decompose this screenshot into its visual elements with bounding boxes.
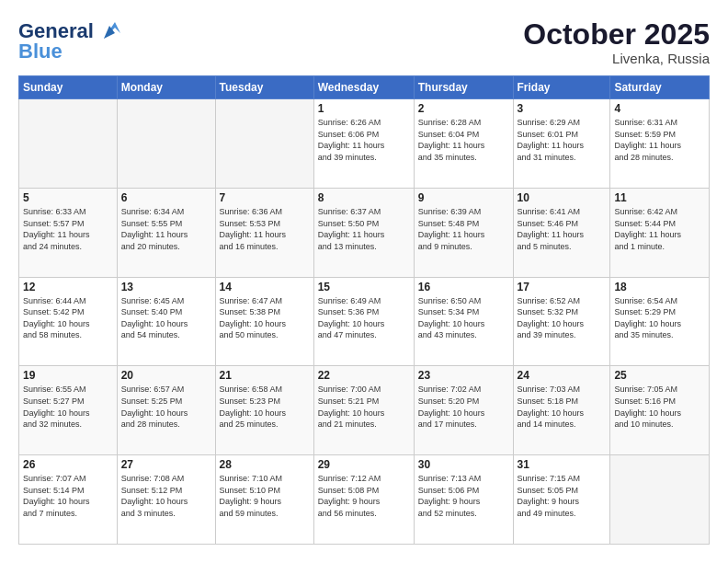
table-row: 10Sunrise: 6:41 AM Sunset: 5:46 PM Dayli… <box>513 188 610 277</box>
day-info: Sunrise: 6:57 AM Sunset: 5:25 PM Dayligh… <box>121 384 211 430</box>
day-number: 16 <box>418 281 509 293</box>
table-row: 25Sunrise: 7:05 AM Sunset: 5:16 PM Dayli… <box>610 366 710 455</box>
header-monday: Monday <box>117 76 215 99</box>
logo: General Blue <box>18 18 122 63</box>
day-number: 8 <box>318 191 410 204</box>
day-number: 7 <box>220 191 310 204</box>
table-row: 18Sunrise: 6:54 AM Sunset: 5:29 PM Dayli… <box>610 277 710 366</box>
calendar-week-row: 12Sunrise: 6:44 AM Sunset: 5:42 PM Dayli… <box>19 277 710 366</box>
table-row: 14Sunrise: 6:47 AM Sunset: 5:38 PM Dayli… <box>215 277 313 366</box>
calendar-week-row: 26Sunrise: 7:07 AM Sunset: 5:14 PM Dayli… <box>19 455 710 545</box>
day-info: Sunrise: 6:44 AM Sunset: 5:42 PM Dayligh… <box>23 295 113 341</box>
day-info: Sunrise: 6:31 AM Sunset: 5:59 PM Dayligh… <box>614 117 705 163</box>
day-info: Sunrise: 7:05 AM Sunset: 5:16 PM Dayligh… <box>614 384 705 430</box>
day-number: 10 <box>518 191 607 204</box>
day-info: Sunrise: 6:39 AM Sunset: 5:48 PM Dayligh… <box>418 206 509 252</box>
day-number: 4 <box>614 102 705 115</box>
day-number: 6 <box>121 191 211 204</box>
header-saturday: Saturday <box>610 76 710 99</box>
day-info: Sunrise: 7:00 AM Sunset: 5:21 PM Dayligh… <box>318 384 410 430</box>
table-row <box>610 455 710 545</box>
table-row: 30Sunrise: 7:13 AM Sunset: 5:06 PM Dayli… <box>414 455 513 545</box>
table-row <box>19 99 118 189</box>
day-number: 14 <box>220 281 310 293</box>
day-number: 11 <box>614 191 705 204</box>
day-info: Sunrise: 6:49 AM Sunset: 5:36 PM Dayligh… <box>318 295 410 341</box>
day-number: 25 <box>614 369 705 382</box>
day-number: 3 <box>518 102 607 115</box>
table-row: 20Sunrise: 6:57 AM Sunset: 5:25 PM Dayli… <box>117 366 215 455</box>
day-number: 21 <box>220 369 310 382</box>
day-number: 23 <box>418 369 509 382</box>
day-info: Sunrise: 6:36 AM Sunset: 5:53 PM Dayligh… <box>220 206 310 252</box>
page: General Blue October 2025 Livenka, Russi… <box>0 0 728 563</box>
table-row: 3Sunrise: 6:29 AM Sunset: 6:01 PM Daylig… <box>513 99 610 189</box>
table-row: 7Sunrise: 6:36 AM Sunset: 5:53 PM Daylig… <box>215 188 313 277</box>
header-friday: Friday <box>513 76 610 99</box>
day-info: Sunrise: 7:08 AM Sunset: 5:12 PM Dayligh… <box>121 473 211 519</box>
day-info: Sunrise: 6:45 AM Sunset: 5:40 PM Dayligh… <box>121 295 211 341</box>
day-info: Sunrise: 6:47 AM Sunset: 5:38 PM Dayligh… <box>220 295 310 341</box>
day-info: Sunrise: 7:15 AM Sunset: 5:05 PM Dayligh… <box>518 473 607 519</box>
month-title: October 2025 <box>523 18 710 51</box>
table-row: 27Sunrise: 7:08 AM Sunset: 5:12 PM Dayli… <box>117 455 215 545</box>
day-info: Sunrise: 6:33 AM Sunset: 5:57 PM Dayligh… <box>23 206 113 252</box>
table-row: 17Sunrise: 6:52 AM Sunset: 5:32 PM Dayli… <box>513 277 610 366</box>
header-thursday: Thursday <box>414 76 513 99</box>
day-info: Sunrise: 6:26 AM Sunset: 6:06 PM Dayligh… <box>318 117 410 163</box>
table-row: 19Sunrise: 6:55 AM Sunset: 5:27 PM Dayli… <box>19 366 118 455</box>
day-info: Sunrise: 6:54 AM Sunset: 5:29 PM Dayligh… <box>614 295 705 341</box>
header-tuesday: Tuesday <box>215 76 313 99</box>
day-number: 28 <box>220 458 310 471</box>
table-row: 28Sunrise: 7:10 AM Sunset: 5:10 PM Dayli… <box>215 455 313 545</box>
calendar: Sunday Monday Tuesday Wednesday Thursday… <box>18 75 710 545</box>
day-info: Sunrise: 6:41 AM Sunset: 5:46 PM Dayligh… <box>518 206 607 252</box>
day-info: Sunrise: 6:52 AM Sunset: 5:32 PM Dayligh… <box>518 295 607 341</box>
location: Livenka, Russia <box>523 51 710 66</box>
table-row: 16Sunrise: 6:50 AM Sunset: 5:34 PM Dayli… <box>414 277 513 366</box>
day-info: Sunrise: 6:55 AM Sunset: 5:27 PM Dayligh… <box>23 384 113 430</box>
day-number: 26 <box>23 458 113 471</box>
day-number: 19 <box>23 369 113 382</box>
day-number: 2 <box>418 102 509 115</box>
table-row <box>117 99 215 189</box>
day-info: Sunrise: 6:34 AM Sunset: 5:55 PM Dayligh… <box>121 206 211 252</box>
table-row: 29Sunrise: 7:12 AM Sunset: 5:08 PM Dayli… <box>313 455 414 545</box>
day-info: Sunrise: 6:28 AM Sunset: 6:04 PM Dayligh… <box>418 117 509 163</box>
table-row: 4Sunrise: 6:31 AM Sunset: 5:59 PM Daylig… <box>610 99 710 189</box>
day-number: 9 <box>418 191 509 204</box>
table-row: 21Sunrise: 6:58 AM Sunset: 5:23 PM Dayli… <box>215 366 313 455</box>
table-row: 9Sunrise: 6:39 AM Sunset: 5:48 PM Daylig… <box>414 188 513 277</box>
day-info: Sunrise: 7:07 AM Sunset: 5:14 PM Dayligh… <box>23 473 113 519</box>
table-row: 31Sunrise: 7:15 AM Sunset: 5:05 PM Dayli… <box>513 455 610 545</box>
header-sunday: Sunday <box>19 76 118 99</box>
table-row: 15Sunrise: 6:49 AM Sunset: 5:36 PM Dayli… <box>313 277 414 366</box>
day-number: 22 <box>318 369 410 382</box>
table-row: 5Sunrise: 6:33 AM Sunset: 5:57 PM Daylig… <box>19 188 118 277</box>
table-row: 23Sunrise: 7:02 AM Sunset: 5:20 PM Dayli… <box>414 366 513 455</box>
day-info: Sunrise: 6:37 AM Sunset: 5:50 PM Dayligh… <box>318 206 410 252</box>
day-number: 5 <box>23 191 113 204</box>
day-info: Sunrise: 6:42 AM Sunset: 5:44 PM Dayligh… <box>614 206 705 252</box>
header: General Blue October 2025 Livenka, Russi… <box>18 18 710 66</box>
day-info: Sunrise: 6:58 AM Sunset: 5:23 PM Dayligh… <box>220 384 310 430</box>
title-block: October 2025 Livenka, Russia <box>523 18 710 66</box>
day-number: 18 <box>614 281 705 293</box>
calendar-header-row: Sunday Monday Tuesday Wednesday Thursday… <box>19 76 710 99</box>
day-info: Sunrise: 6:29 AM Sunset: 6:01 PM Dayligh… <box>518 117 607 163</box>
table-row: 2Sunrise: 6:28 AM Sunset: 6:04 PM Daylig… <box>414 99 513 189</box>
day-number: 30 <box>418 458 509 471</box>
table-row: 24Sunrise: 7:03 AM Sunset: 5:18 PM Dayli… <box>513 366 610 455</box>
day-number: 24 <box>518 369 607 382</box>
day-number: 12 <box>23 281 113 293</box>
day-number: 15 <box>318 281 410 293</box>
day-number: 13 <box>121 281 211 293</box>
table-row: 13Sunrise: 6:45 AM Sunset: 5:40 PM Dayli… <box>117 277 215 366</box>
table-row <box>215 99 313 189</box>
day-number: 20 <box>121 369 211 382</box>
table-row: 1Sunrise: 6:26 AM Sunset: 6:06 PM Daylig… <box>313 99 414 189</box>
calendar-week-row: 1Sunrise: 6:26 AM Sunset: 6:06 PM Daylig… <box>19 99 710 189</box>
day-number: 31 <box>518 458 607 471</box>
day-number: 17 <box>518 281 607 293</box>
day-number: 29 <box>318 458 410 471</box>
